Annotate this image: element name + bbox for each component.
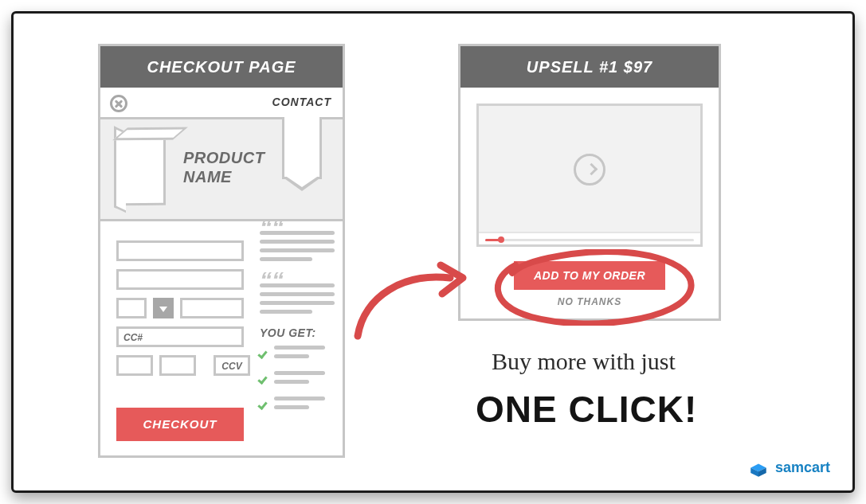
check-icon xyxy=(260,346,269,356)
select-field[interactable] xyxy=(116,298,147,318)
benefit-row xyxy=(260,397,335,414)
text-line xyxy=(260,257,312,261)
ccv-field[interactable]: CCV xyxy=(214,355,250,376)
text-line xyxy=(274,380,309,384)
text-line xyxy=(274,371,325,375)
sidebar-column: ““ ““ YOU GET: xyxy=(260,221,335,422)
check-icon xyxy=(260,372,269,381)
product-name-line1: PRODUCT xyxy=(183,149,265,166)
form-area: CC# CCV CHECKOUT ““ ““ xyxy=(100,221,343,455)
text-line xyxy=(260,301,335,305)
upsell-header: UPSELL #1 $97 xyxy=(460,46,719,88)
text-line xyxy=(274,354,309,358)
contact-link[interactable]: CONTACT xyxy=(272,96,331,108)
check-icon xyxy=(260,397,269,407)
text-line xyxy=(274,405,309,409)
quote-icon: ““ xyxy=(260,221,335,231)
checkout-topbar: CONTACT xyxy=(100,88,343,119)
flow-arrow-icon xyxy=(348,260,476,348)
tagline-line1: Buy more with just xyxy=(492,348,676,375)
add-to-order-button[interactable]: ADD TO MY ORDER xyxy=(514,261,665,290)
tagline-line2: ONE CLICK! xyxy=(476,388,697,431)
exp-month-field[interactable] xyxy=(116,355,153,376)
exp-year-field[interactable] xyxy=(159,355,196,376)
product-area: PRODUCT NAME xyxy=(100,119,343,221)
cart-box-icon xyxy=(748,459,769,476)
ribbon-icon xyxy=(282,117,322,179)
benefit-row xyxy=(260,371,335,389)
text-line xyxy=(274,397,325,400)
video-player[interactable] xyxy=(476,104,703,247)
no-thanks-link[interactable]: NO THANKS xyxy=(460,296,719,307)
checkout-header: CHECKOUT PAGE xyxy=(100,46,343,88)
video-progress-bar[interactable] xyxy=(479,232,700,244)
product-name-line2: NAME xyxy=(183,168,232,186)
text-line xyxy=(260,310,312,314)
diagram-frame: CHECKOUT PAGE CONTACT PRODUCT NAME CC# xyxy=(11,11,855,493)
product-box-icon xyxy=(121,134,166,205)
you-get-label: YOU GET: xyxy=(260,326,335,339)
dropdown-toggle-icon[interactable] xyxy=(153,298,174,318)
progress-handle-icon[interactable] xyxy=(498,236,504,243)
upsell-page-card: UPSELL #1 $97 ADD TO MY ORDER NO THANKS xyxy=(458,44,721,321)
close-icon[interactable] xyxy=(110,95,127,112)
benefit-row xyxy=(260,346,335,363)
text-field[interactable] xyxy=(180,298,244,318)
brand-name: samcart xyxy=(775,459,830,476)
brand-logo: samcart xyxy=(748,459,830,476)
cc-number-field[interactable]: CC# xyxy=(116,326,244,347)
text-line xyxy=(274,346,325,350)
product-name: PRODUCT NAME xyxy=(183,148,265,186)
text-field[interactable] xyxy=(116,269,244,290)
checkout-page-card: CHECKOUT PAGE CONTACT PRODUCT NAME CC# xyxy=(98,44,345,458)
text-line xyxy=(260,248,335,252)
checkout-button[interactable]: CHECKOUT xyxy=(116,408,244,441)
quote-icon: ““ xyxy=(260,274,335,283)
play-icon[interactable] xyxy=(574,154,605,186)
text-field[interactable] xyxy=(116,240,244,261)
